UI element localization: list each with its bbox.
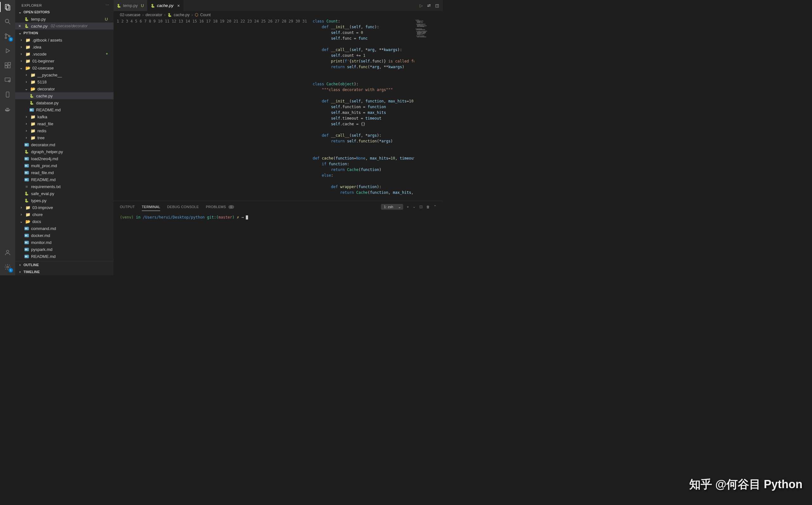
code-content[interactable]: class Count: def __init__(self, func): s… [313,18,414,201]
md-icon [24,178,29,181]
tree-item[interactable]: cache.py [15,92,114,99]
tree-item[interactable]: read_file.md [15,169,114,176]
docker-icon[interactable] [3,105,12,114]
folder-icon [25,59,30,63]
timeline-section[interactable]: › TIMELINE [15,268,114,275]
tree-item[interactable]: multi_proc.md [15,162,114,169]
tree-item[interactable]: decorator.md [15,141,114,148]
tree-item[interactable]: dgraph_helper.py [15,148,114,155]
svg-rect-8 [5,63,7,65]
chevron-icon: ⌄ [19,66,23,70]
terminal-body[interactable]: (venv) in /Users/herui/Desktop/python gi… [114,212,443,275]
tree-item[interactable]: requirements.txt [15,183,114,190]
new-terminal-icon[interactable]: + [407,205,409,209]
chevron-icon: › [19,38,23,42]
folder-icon [25,205,30,210]
panel: OUTPUT TERMINAL DEBUG CONSOLE PROBLEMS 1… [114,201,443,275]
folder-icon [25,212,30,217]
folder-icon [25,38,30,42]
device-icon[interactable] [3,90,12,99]
md-icon [24,248,29,251]
editor-body[interactable]: 1 2 3 4 5 6 7 8 9 10 11 12 13 14 15 16 1… [114,18,443,201]
py-icon [24,199,29,203]
tab-temp[interactable]: temp.py U [114,0,148,11]
svg-point-5 [5,37,7,39]
tree-item[interactable]: README.md [15,176,114,183]
close-icon[interactable]: × [18,23,21,28]
svg-point-2 [5,19,9,23]
chevron-down-icon: ⌄ [18,31,22,35]
account-icon[interactable] [3,248,12,257]
svg-point-4 [5,34,7,35]
panel-tab-output[interactable]: OUTPUT [120,205,135,209]
svg-line-3 [9,22,10,24]
tree-item[interactable]: ›03-improve [15,204,114,211]
split-editor-icon[interactable]: ◫ [435,3,439,8]
sidebar-more-icon[interactable]: ⋯ [106,3,110,7]
settings-badge: 1 [9,268,13,273]
svg-rect-9 [5,66,7,68]
compare-icon[interactable]: ⇄ [427,3,431,8]
open-editor-item[interactable]: temp.py U [15,16,114,22]
tab-cache[interactable]: cache.py × [148,0,183,11]
close-icon[interactable]: × [177,3,180,8]
outline-section[interactable]: › OUTLINE [15,262,114,268]
open-editors-section[interactable]: ⌄ OPEN EDITORS [15,9,114,16]
tree-item[interactable]: load2neo4j.md [15,155,114,162]
svg-rect-12 [5,78,10,81]
search-icon[interactable] [3,17,12,26]
tree-item[interactable]: pyspark.md [15,246,114,253]
folder-icon [25,45,30,49]
scm-icon[interactable]: 3 [3,32,12,41]
explorer-icon[interactable] [3,3,12,11]
trash-icon[interactable]: 🗑 [426,205,430,209]
tree-item[interactable]: ›kafka [15,113,114,120]
minimap[interactable]: ███ █████ ███ ████████ █████ ████████ █ … [414,18,443,201]
file-tree: ›.gitbook / assets›.idea›.vscode•›01-beg… [15,36,114,261]
tree-item[interactable]: ⌄02-usecase [15,64,114,71]
tree-item[interactable]: ›.gitbook / assets [15,36,114,43]
remote-icon[interactable] [3,75,12,85]
chevron-icon: › [19,59,23,63]
tree-item[interactable]: README.md [15,253,114,260]
tree-item[interactable]: docker.md [15,232,114,239]
tree-item[interactable]: ›redis [15,127,114,134]
tree-item[interactable]: ›.vscode• [15,50,114,57]
tree-item[interactable]: ›chore [15,211,114,218]
settings-icon[interactable]: 1 [3,263,12,272]
md-icon [24,255,29,258]
py-icon [24,150,29,154]
run-debug-icon[interactable] [3,46,12,55]
workspace-root-section[interactable]: ⌄ PYTHON [15,29,114,36]
tree-item[interactable]: command.md [15,225,114,232]
tree-item[interactable]: ›5118 [15,78,114,85]
tree-item[interactable]: ⌄docs [15,218,114,225]
svg-point-13 [9,80,10,82]
md-icon [24,227,29,230]
tree-item[interactable]: ›.idea [15,43,114,50]
panel-tab-problems[interactable]: PROBLEMS 1 [206,205,234,209]
extensions-icon[interactable] [3,61,12,70]
chevron-down-icon[interactable]: ⌄ [413,205,415,209]
tabs-row: temp.py U cache.py × ▷ ⇄ ◫ [114,0,443,11]
tree-item[interactable]: types.py [15,197,114,204]
tree-item[interactable]: ⌄decorator [15,85,114,92]
tree-item[interactable]: ›__pycache__ [15,71,114,78]
split-terminal-icon[interactable]: ◫ [419,205,422,209]
panel-tab-terminal[interactable]: TERMINAL [142,205,160,211]
tree-item[interactable]: monitor.md [15,239,114,246]
run-icon[interactable]: ▷ [420,3,423,8]
tree-item[interactable]: ›read_file [15,120,114,127]
tree-item[interactable]: README.md [15,106,114,113]
terminal-select[interactable]: 1: zsh ⌄ [381,204,403,210]
folder-open-icon [25,66,30,70]
panel-tab-debug[interactable]: DEBUG CONSOLE [167,205,199,209]
tree-item[interactable]: ›01-beginner [15,57,114,64]
tree-item[interactable]: safe_eval.py [15,190,114,197]
open-editor-item[interactable]: × cache.py 02-usecase/decorator [15,22,114,29]
breadcrumb[interactable]: 02-usecase› decorator› cache.py› ⬡ Count [114,11,443,18]
md-icon [24,164,29,167]
chevron-up-icon[interactable]: ⌃ [434,205,436,209]
tree-item[interactable]: ›tree [15,134,114,141]
tree-item[interactable]: database.py [15,99,114,106]
